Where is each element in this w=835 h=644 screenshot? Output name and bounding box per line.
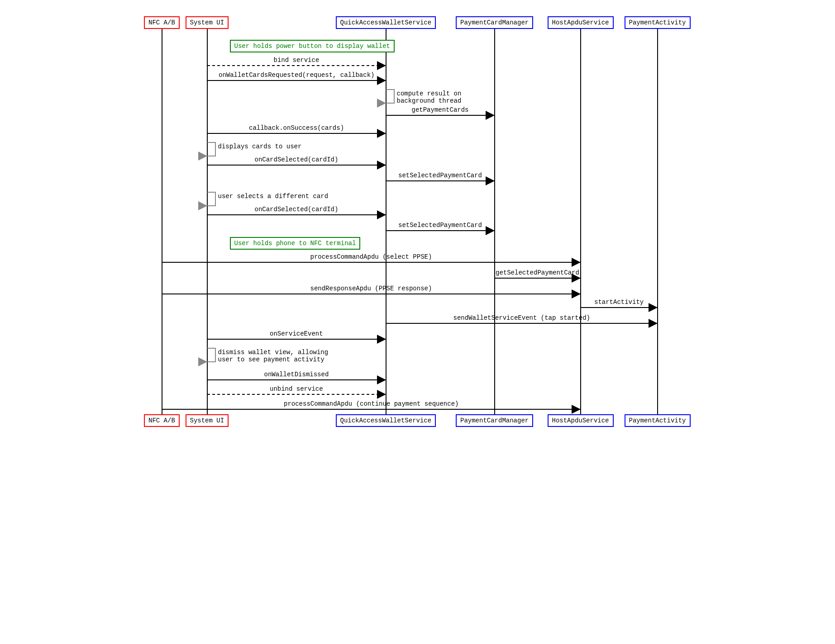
message-label: onWalletCardsRequested(request, callback…: [219, 71, 374, 79]
participant-qaws: QuickAccessWalletService: [336, 16, 436, 29]
message-label: unbind service: [270, 385, 323, 393]
sequence-diagram: NFC A/BNFC A/BSystem UISystem UIQuickAcc…: [139, 9, 696, 436]
message-label: onWalletDismissed: [264, 371, 329, 378]
message-label: getPaymentCards: [412, 106, 469, 114]
self-message-label: compute result on background thread: [397, 90, 462, 104]
message-label: onServiceEvent: [270, 330, 323, 337]
message-label: sendWalletServiceEvent (tap started): [453, 314, 590, 322]
message-label: getSelectedPaymentCard: [496, 269, 579, 276]
message-label: processCommandApdu (select PPSE): [310, 253, 432, 260]
message-label: setSelectedPaymentCard: [398, 172, 482, 179]
participant-qaws: QuickAccessWalletService: [336, 414, 436, 427]
participant-sysui: System UI: [186, 414, 229, 427]
message-label: processCommandApdu (continue payment seq…: [284, 400, 458, 407]
participant-pact: PaymentActivity: [625, 16, 691, 29]
self-message-label: user selects a different card: [218, 193, 329, 200]
self-message-label: dismiss wallet view, allowing user to se…: [218, 349, 329, 363]
note: User holds power button to display walle…: [230, 40, 395, 52]
note: User holds phone to NFC terminal: [230, 237, 361, 250]
message-label: onCardSelected(cardId): [255, 156, 339, 163]
message-label: onCardSelected(cardId): [255, 206, 339, 213]
participant-nfc: NFC A/B: [144, 16, 180, 29]
participant-has: HostApduService: [548, 414, 614, 427]
participant-pact: PaymentActivity: [625, 414, 691, 427]
message-label: startActivity: [594, 298, 644, 306]
message-label: sendResponseApdu (PPSE response): [310, 285, 432, 292]
participant-sysui: System UI: [186, 16, 229, 29]
participant-pcm: PaymentCardManager: [456, 16, 533, 29]
self-message-label: displays cards to user: [218, 143, 302, 150]
participant-pcm: PaymentCardManager: [456, 414, 533, 427]
participant-has: HostApduService: [548, 16, 614, 29]
message-label: setSelectedPaymentCard: [398, 222, 482, 229]
message-label: bind service: [274, 57, 320, 64]
message-label: callback.onSuccess(cards): [249, 124, 344, 132]
participant-nfc: NFC A/B: [144, 414, 180, 427]
